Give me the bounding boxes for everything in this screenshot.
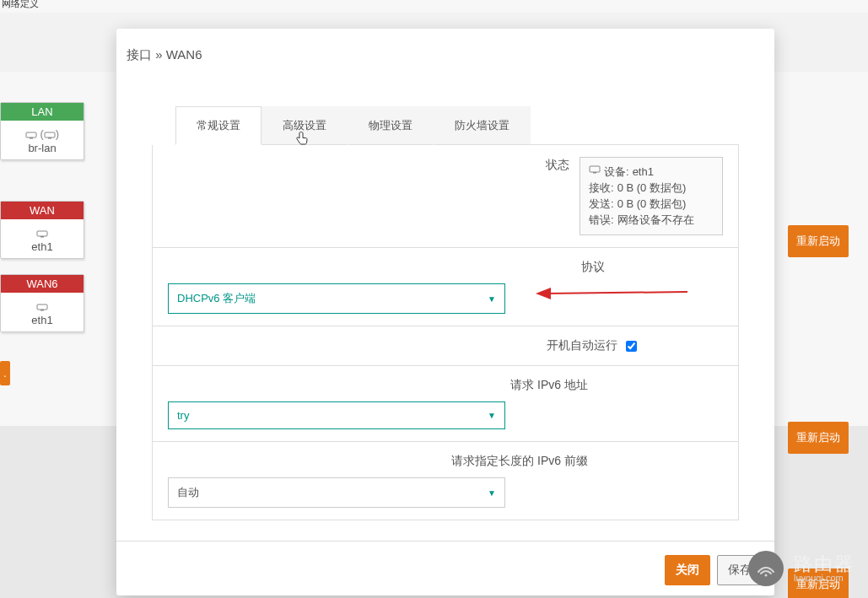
modal-wan6: 接口 » WAN6 常规设置 高级设置 物理设置 防火墙设置 状态 设备: et…	[116, 29, 774, 595]
iface-wan6-icons	[1, 298, 84, 314]
iface-wan-icons	[1, 224, 84, 240]
protocol-label: 协议	[581, 260, 605, 275]
autostart-row: 开机自动运行	[153, 326, 738, 366]
chevron-down-icon: ▼	[488, 411, 496, 420]
breadcrumb-sep: »	[152, 47, 166, 62]
ipv6addr-row: 请求 IPv6 地址 try ▼	[153, 366, 738, 442]
iface-box-lan[interactable]: LAN () br-lan	[0, 102, 84, 160]
breadcrumb-current: WAN6	[166, 47, 202, 62]
svg-rect-5	[40, 236, 44, 238]
svg-rect-6	[37, 304, 47, 310]
iface-wan-dev: eth1	[1, 240, 84, 253]
iface-wan6-name: WAN6	[1, 275, 84, 293]
extra-button[interactable]: .	[0, 361, 10, 385]
protocol-value: DHCPv6 客户端	[177, 291, 256, 306]
ipv6prefix-row: 请求指定长度的 IPv6 前缀 自动 ▼	[153, 442, 738, 520]
status-err-label: 错误:	[589, 213, 614, 229]
page-crumb-text: 网络定义	[2, 0, 39, 10]
tab-firewall[interactable]: 防火墙设置	[434, 106, 531, 145]
protocol-row: 协议 DHCPv6 客户端 ▼	[153, 248, 738, 326]
status-row: 状态 设备: eth1 接收: 0 B (0 数据包) 发送: 0 B (0 数…	[153, 145, 738, 248]
form-area: 状态 设备: eth1 接收: 0 B (0 数据包) 发送: 0 B (0 数…	[152, 145, 739, 520]
tab-advanced[interactable]: 高级设置	[261, 106, 348, 145]
autostart-checkbox[interactable]	[626, 341, 637, 352]
ipv6prefix-select[interactable]: 自动 ▼	[168, 477, 505, 508]
iface-box-wan6[interactable]: WAN6 eth1	[0, 274, 84, 332]
close-button[interactable]: 关闭	[665, 555, 710, 585]
status-device-value: eth1	[633, 164, 654, 180]
svg-rect-7	[40, 310, 44, 311]
router-icon	[748, 551, 784, 586]
modal-footer: 关闭 保存	[116, 541, 774, 585]
status-tx-label: 发送:	[589, 197, 614, 213]
tab-general[interactable]: 常规设置	[175, 106, 261, 145]
status-tx-value: 0 B (0 数据包)	[617, 197, 687, 213]
autostart-label: 开机自动运行	[547, 338, 617, 353]
iface-lan-dev: br-lan	[1, 142, 84, 154]
svg-rect-1	[30, 137, 33, 139]
svg-rect-9	[593, 172, 596, 174]
iface-wan-name: WAN	[1, 202, 84, 219]
status-rx-value: 0 B (0 数据包)	[617, 180, 687, 197]
breadcrumb-root: 接口	[127, 47, 152, 62]
iface-wan6-dev: eth1	[1, 314, 84, 326]
svg-rect-3	[48, 137, 51, 139]
ipv6addr-select[interactable]: try ▼	[168, 401, 505, 429]
logo-sub: luyouqi.com	[794, 574, 855, 584]
chevron-down-icon: ▼	[488, 294, 496, 304]
svg-rect-0	[26, 132, 36, 137]
svg-rect-4	[37, 231, 47, 236]
ipv6prefix-value: 自动	[177, 485, 199, 500]
tabs: 常规设置 高级设置 物理设置 防火墙设置	[175, 105, 739, 145]
svg-rect-8	[590, 166, 600, 172]
status-label: 状态	[546, 157, 569, 173]
watermark: 路由器 luyouqi.com	[748, 551, 855, 586]
ipv6prefix-label: 请求指定长度的 IPv6 前缀	[451, 454, 588, 469]
status-err-value: 网络设备不存在	[617, 213, 694, 229]
ipv6addr-value: try	[177, 409, 189, 422]
svg-point-12	[765, 574, 768, 577]
tab-physical[interactable]: 物理设置	[348, 106, 434, 145]
iface-box-wan[interactable]: WAN eth1	[0, 201, 84, 259]
ipv6addr-label: 请求 IPv6 地址	[510, 378, 588, 393]
status-rx-label: 接收:	[589, 180, 614, 197]
status-box: 设备: eth1 接收: 0 B (0 数据包) 发送: 0 B (0 数据包)…	[580, 157, 723, 235]
iface-lan-icons: ()	[1, 126, 84, 142]
protocol-select[interactable]: DHCPv6 客户端 ▼	[168, 283, 505, 314]
logo-text: 路由器	[794, 554, 855, 574]
status-device-label: 设备:	[604, 164, 629, 180]
ethernet-icon	[589, 164, 601, 175]
restart-wan-button[interactable]: 重新启动	[788, 422, 849, 454]
chevron-down-icon: ▼	[488, 488, 496, 498]
iface-lan-name: LAN	[1, 103, 84, 121]
breadcrumb: 接口 » WAN6	[116, 29, 774, 72]
svg-rect-2	[45, 132, 55, 137]
